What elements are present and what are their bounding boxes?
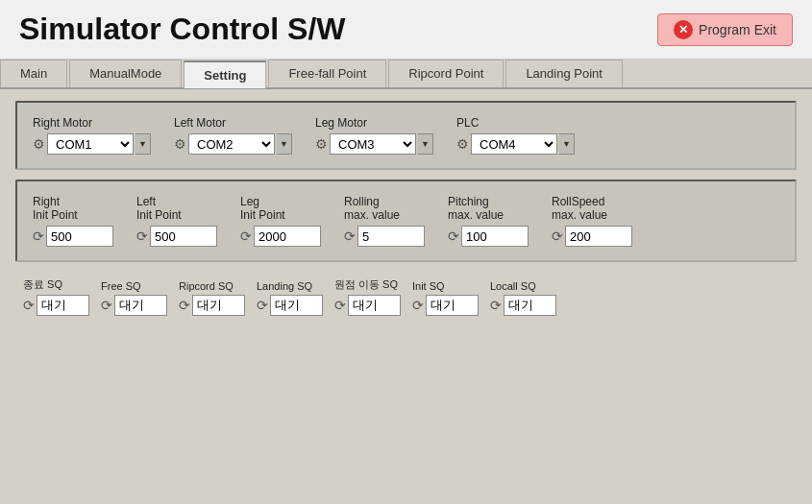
- rollspeed-spin: ⟳: [552, 226, 632, 247]
- leg-motor-combo: ⚙ COM1COM2COM3COM4 ▼: [315, 133, 433, 155]
- combo-icon-leg: ⚙: [315, 136, 328, 152]
- sq-origin-wrapper: ⟳: [334, 295, 401, 316]
- leg-init-label: LegInit Point: [240, 195, 321, 222]
- sq-ripcord-wrapper: ⟳: [179, 295, 245, 316]
- sq-landing-group: Landing SQ ⟳: [257, 280, 323, 316]
- leg-motor-label: Leg Motor: [315, 116, 433, 130]
- left-init-label: LeftInit Point: [136, 195, 217, 222]
- app-container: Simulator Control S/W ✕ Program Exit Mai…: [0, 0, 812, 333]
- left-motor-group: Left Motor ⚙ COM1COM2COM3COM4 ▼: [174, 116, 292, 155]
- tab-landing[interactable]: Landing Point: [505, 60, 623, 87]
- spin-icon-right: ⟳: [33, 228, 44, 244]
- pitching-group: Pitchingmax. value ⟳: [448, 195, 529, 247]
- sq-init-input[interactable]: [426, 295, 479, 316]
- right-motor-combo: ⚙ COM1COM2COM3COM4 ▼: [33, 133, 151, 155]
- right-motor-group: Right Motor ⚙ COM1COM2COM3COM4 ▼: [33, 116, 151, 155]
- spin-icon-pitching: ⟳: [448, 228, 459, 244]
- sq-origin-label: 원점 이동 SQ: [334, 277, 401, 292]
- right-init-group: RightInit Point ⟳: [33, 195, 113, 247]
- right-init-input[interactable]: [46, 226, 113, 247]
- plc-select[interactable]: COM1COM2COM3COM4: [471, 133, 557, 155]
- sq-origin-group: 원점 이동 SQ ⟳: [334, 277, 401, 316]
- sq-local-group: Locall SQ ⟳: [490, 280, 556, 316]
- right-init-label: RightInit Point: [33, 195, 113, 222]
- sq-icon-ripcord: ⟳: [179, 298, 190, 313]
- leg-init-spin: ⟳: [240, 226, 321, 247]
- close-icon: ✕: [674, 20, 693, 39]
- spin-icon-left: ⟳: [136, 228, 148, 244]
- sq-icon-local: ⟳: [490, 298, 502, 313]
- sq-origin-input[interactable]: [348, 295, 401, 316]
- sq-free-wrapper: ⟳: [101, 295, 167, 316]
- left-motor-combo: ⚙ COM1COM2COM3COM4 ▼: [174, 133, 292, 155]
- com-panel: Right Motor ⚙ COM1COM2COM3COM4 ▼ Left Mo…: [15, 101, 797, 170]
- tab-freefall[interactable]: Free-fall Point: [268, 60, 386, 87]
- sq-end-group: 종료 SQ ⟳: [23, 277, 89, 316]
- combo-icon-right: ⚙: [33, 136, 45, 152]
- sq-local-wrapper: ⟳: [490, 295, 556, 316]
- spin-icon-rolling: ⟳: [344, 228, 356, 244]
- rollspeed-input[interactable]: [565, 226, 632, 247]
- plc-arrow[interactable]: ▼: [559, 133, 575, 155]
- rolling-group: Rollingmax. value ⟳: [344, 195, 425, 247]
- plc-group: PLC ⚙ COM1COM2COM3COM4 ▼: [456, 116, 575, 155]
- right-motor-label: Right Motor: [33, 116, 151, 130]
- sq-icon-landing: ⟳: [257, 298, 268, 313]
- leg-motor-group: Leg Motor ⚙ COM1COM2COM3COM4 ▼: [315, 116, 433, 155]
- right-init-spin: ⟳: [33, 226, 113, 247]
- sq-ripcord-group: Ripcord SQ ⟳: [179, 280, 245, 316]
- rolling-spin: ⟳: [344, 226, 425, 247]
- sq-free-input[interactable]: [114, 295, 167, 316]
- sq-end-label: 종료 SQ: [23, 277, 89, 292]
- tab-manualmode[interactable]: ManualMode: [69, 60, 182, 87]
- rolling-input[interactable]: [357, 226, 425, 247]
- init-panel: RightInit Point ⟳ LeftInit Point ⟳ LegIn…: [15, 180, 797, 262]
- leg-motor-select[interactable]: COM1COM2COM3COM4: [330, 133, 416, 155]
- left-init-group: LeftInit Point ⟳: [136, 195, 217, 247]
- sq-free-label: Free SQ: [101, 280, 167, 292]
- exit-button[interactable]: ✕ Program Exit: [657, 13, 793, 46]
- rollspeed-group: RollSpeedmax. value ⟳: [552, 195, 632, 247]
- sq-icon-init: ⟳: [412, 298, 424, 313]
- spin-icon-leg: ⟳: [240, 228, 252, 244]
- sq-icon-origin: ⟳: [334, 298, 346, 313]
- init-row: RightInit Point ⟳ LeftInit Point ⟳ LegIn…: [33, 195, 779, 247]
- sq-ripcord-label: Ripcord SQ: [179, 280, 245, 292]
- sq-ripcord-input[interactable]: [192, 295, 245, 316]
- sq-end-input[interactable]: [37, 295, 89, 316]
- sq-local-input[interactable]: [504, 295, 556, 316]
- sq-row: 종료 SQ ⟳ Free SQ ⟳ Ripcord SQ ⟳: [15, 272, 797, 322]
- rollspeed-label: RollSpeedmax. value: [552, 195, 632, 222]
- pitching-input[interactable]: [461, 226, 529, 247]
- left-motor-arrow[interactable]: ▼: [277, 133, 292, 155]
- main-content: Right Motor ⚙ COM1COM2COM3COM4 ▼ Left Mo…: [0, 89, 812, 333]
- sq-init-group: Init SQ ⟳: [412, 280, 479, 316]
- sq-init-wrapper: ⟳: [412, 295, 479, 316]
- sq-icon-free: ⟳: [101, 298, 112, 313]
- right-motor-select[interactable]: COM1COM2COM3COM4: [47, 133, 134, 155]
- combo-icon-plc: ⚙: [456, 136, 469, 152]
- tab-ripcord[interactable]: Ripcord Point: [388, 60, 504, 87]
- sq-landing-label: Landing SQ: [257, 280, 323, 292]
- exit-label: Program Exit: [699, 22, 776, 37]
- tab-setting[interactable]: Setting: [184, 60, 266, 88]
- sq-icon-end: ⟳: [23, 298, 35, 313]
- rolling-label: Rollingmax. value: [344, 195, 425, 222]
- left-motor-select[interactable]: COM1COM2COM3COM4: [188, 133, 275, 155]
- leg-motor-arrow[interactable]: ▼: [418, 133, 433, 155]
- sq-end-wrapper: ⟳: [23, 295, 89, 316]
- sq-init-label: Init SQ: [412, 280, 479, 292]
- left-init-input[interactable]: [150, 226, 217, 247]
- pitching-spin: ⟳: [448, 226, 529, 247]
- pitching-label: Pitchingmax. value: [448, 195, 529, 222]
- sq-landing-input[interactable]: [270, 295, 323, 316]
- header: Simulator Control S/W ✕ Program Exit: [0, 0, 812, 60]
- spin-icon-rollspeed: ⟳: [552, 228, 563, 244]
- leg-init-group: LegInit Point ⟳: [240, 195, 321, 247]
- sq-landing-wrapper: ⟳: [257, 295, 323, 316]
- left-motor-label: Left Motor: [174, 116, 292, 130]
- tab-bar: Main ManualMode Setting Free-fall Point …: [0, 60, 812, 89]
- leg-init-input[interactable]: [254, 226, 321, 247]
- tab-main[interactable]: Main: [0, 60, 67, 87]
- right-motor-arrow[interactable]: ▼: [135, 133, 151, 155]
